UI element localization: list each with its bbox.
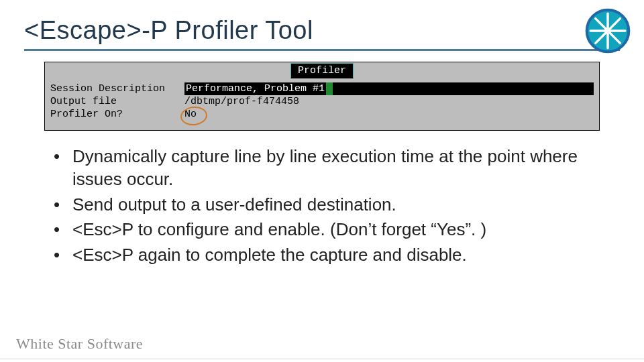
field-value-highlighted[interactable]: Performance, Problem #1 bbox=[184, 82, 594, 95]
field-value: /dbtmp/prof-f474458 bbox=[184, 95, 594, 108]
terminal-row: Profiler On? No bbox=[50, 108, 594, 121]
field-label: Session Description bbox=[50, 82, 184, 95]
text-cursor bbox=[326, 82, 333, 95]
slide-title: <Escape>-P Profiler Tool bbox=[24, 16, 620, 45]
bullet-list: Dynamically capture line by line executi… bbox=[54, 145, 604, 267]
terminal-row: Output file /dbtmp/prof-f474458 bbox=[50, 95, 594, 108]
highlight-fill bbox=[333, 82, 594, 95]
terminal-title: Profiler bbox=[290, 63, 354, 78]
footer-brand: White Star Software bbox=[16, 335, 143, 353]
svg-point-9 bbox=[604, 27, 611, 34]
profiler-terminal: Profiler Session Description Performance… bbox=[44, 62, 600, 131]
footer-rule bbox=[0, 359, 644, 359]
brand-logo bbox=[585, 8, 631, 54]
field-value-text: Performance, Problem #1 bbox=[184, 82, 326, 95]
star-burst-icon bbox=[585, 8, 631, 54]
slide: <Escape>-P Profiler Tool Profiler Sessio… bbox=[0, 0, 644, 362]
field-value-text: No bbox=[184, 109, 197, 120]
bullet-item: <Esc>P again to complete the capture and… bbox=[54, 244, 604, 267]
terminal-row: Session Description Performance, Problem… bbox=[50, 82, 594, 95]
field-label: Profiler On? bbox=[50, 108, 184, 121]
field-label: Output file bbox=[50, 95, 184, 108]
field-value: No bbox=[184, 108, 594, 121]
bullet-item: <Esc>P to configure and enable. (Don’t f… bbox=[54, 219, 604, 241]
title-underline bbox=[24, 49, 620, 51]
terminal-title-band: Profiler bbox=[45, 62, 599, 78]
bullet-item: Send output to a user-defined destinatio… bbox=[54, 194, 604, 217]
terminal-body: Session Description Performance, Problem… bbox=[45, 78, 599, 130]
field-value-text: /dbtmp/prof-f474458 bbox=[184, 96, 299, 107]
bullet-item: Dynamically capture line by line executi… bbox=[54, 145, 604, 191]
